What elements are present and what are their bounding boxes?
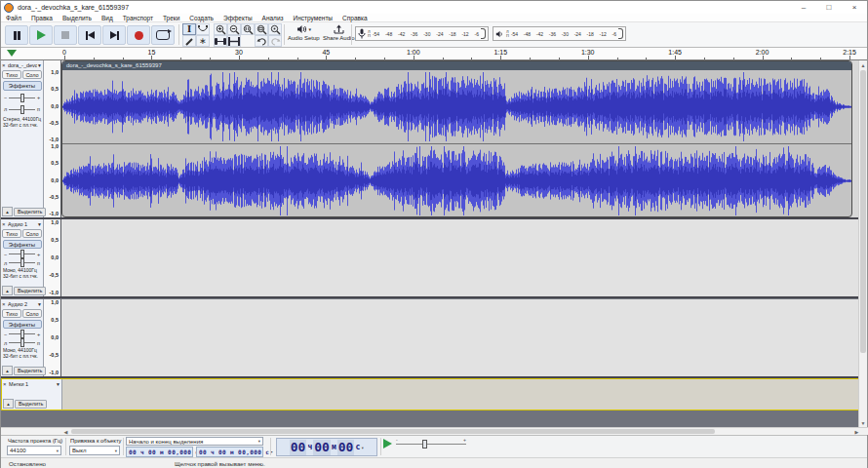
zoom-in-button[interactable] [214,23,227,35]
mute-button[interactable]: Тихо [2,70,21,79]
zoom-toggle-button[interactable] [268,23,282,35]
select-track-button[interactable]: Выделить [15,400,47,409]
select-track-button[interactable]: Выделить [14,208,46,216]
playback-meter[interactable]: ЛП -54-48-42-36-30-24-18-12-6 [493,26,626,41]
menu-item[interactable]: Треки [158,15,184,21]
horizontal-scrollbar[interactable]: ◀ ▶ [1,427,868,435]
vertical-scrollbar[interactable]: ▲ ▼ [858,60,867,427]
menu-item[interactable]: Правка [26,15,58,21]
menu-item[interactable]: Вид [97,15,118,21]
track-menu-caret-icon[interactable]: ▼ [37,221,42,227]
selection-end-field[interactable]: 00 ч 00 м 00,000 с▾ [196,447,263,457]
collapse-track-button[interactable]: ▲ [2,366,13,375]
collapse-track-button[interactable]: ▲ [3,399,14,409]
menu-item[interactable]: Анализ [257,15,289,21]
record-button[interactable] [127,25,150,45]
mute-button[interactable]: Тихо [2,229,21,238]
track-name[interactable]: Аудио 2 [8,301,37,307]
gain-slider-thumb[interactable] [20,94,24,102]
skip-to-start-button[interactable] [78,25,101,45]
pan-slider[interactable]: л п [1,338,43,347]
speed-slider-thumb[interactable] [422,440,427,448]
track-name[interactable]: Метки 1 [9,381,56,387]
scroll-left-arrow[interactable]: ◀ [61,428,70,435]
undo-button[interactable] [255,35,268,47]
gain-slider[interactable]: − + [1,330,43,338]
gain-slider[interactable]: − + [1,250,43,258]
track-name[interactable]: dora_-_devo [8,62,37,68]
maximize-button[interactable]: □ [816,1,842,14]
timeline-ruler[interactable]: 01530451:001:151:301:452:002:15 [1,48,867,60]
recording-meter[interactable]: ЛП -54-48-42-36-30-24-18-12-6 [355,26,489,41]
zoom-project-button[interactable] [255,23,268,35]
menu-item[interactable]: Эффекты [218,15,257,21]
scroll-down-arrow[interactable]: ▼ [859,418,867,427]
collapse-track-button[interactable]: ▲ [2,207,13,216]
menu-item[interactable]: Транспорт [118,15,158,21]
snap-combo[interactable]: Выкл▾ [69,446,120,455]
menu-item[interactable]: Файл [1,15,26,21]
menu-item[interactable]: Выделить [58,15,97,21]
collapse-track-button[interactable]: ▲ [2,286,13,295]
track3-vertical-ruler[interactable]: 1,00,50,0-0,5-1,0 [44,299,61,376]
select-track-button[interactable]: Выделить [14,367,46,375]
audio-clip[interactable]: dora_-_devochka_s_kare_61559397 [61,60,852,217]
loop-button[interactable] [151,25,175,45]
track-name[interactable]: Аудио 1 [8,221,37,227]
share-audio-button[interactable]: Share Audio [323,24,355,41]
track3-content[interactable] [61,299,860,376]
select-track-button[interactable]: Выделить [14,287,46,295]
clip-title-bar[interactable]: dora_-_devochka_s_kare_61559397 [62,61,851,70]
play-at-speed-button[interactable] [383,439,392,448]
track2-content[interactable] [61,219,860,296]
zoom-selection-button[interactable] [241,23,255,35]
effects-button[interactable]: Эффекты [3,81,42,91]
play-button[interactable] [29,25,53,45]
track1-vertical-ruler[interactable]: 1,00,50,0-0,5-1,0 1,00,50,0-0,5-1,0 [44,60,61,217]
scroll-right-arrow[interactable]: ▶ [852,428,861,435]
playhead-triangle-icon[interactable] [7,50,17,57]
zoom-out-button[interactable] [227,23,241,35]
menu-item[interactable]: Справка [337,15,373,21]
track-menu-caret-icon[interactable]: ▼ [37,62,42,68]
solo-button[interactable]: Соло [22,309,42,318]
audio-position-display[interactable]: 00ч 00м 00с ▾ [276,438,377,456]
redo-button[interactable] [268,35,282,47]
multi-tool-button[interactable]: ∗ [196,35,210,47]
pan-slider-thumb[interactable] [20,338,24,347]
selection-start-field[interactable]: 00 ч 00 м 00,000 с▾ [126,447,193,457]
pan-slider-thumb[interactable] [20,258,24,267]
label-track-content[interactable] [62,379,859,410]
effects-button[interactable]: Эффекты [3,320,42,329]
menu-item[interactable]: Создать [184,15,218,21]
pan-slider[interactable]: л п [1,103,43,115]
scroll-up-arrow[interactable]: ▲ [859,60,867,69]
draw-tool-button[interactable] [182,35,196,47]
pan-slider-thumb[interactable] [20,105,24,114]
waveform-canvas-left[interactable] [62,70,851,143]
solo-button[interactable]: Соло [22,229,42,238]
mute-button[interactable]: Тихо [2,309,21,318]
selection-mode-combo[interactable]: Начало и конец выделения▾ [126,437,263,446]
speed-slider[interactable]: - + [396,444,466,445]
menu-item[interactable]: Инструменты [289,15,338,21]
pan-slider[interactable]: л п [1,258,43,267]
selection-tool-button[interactable]: I [182,23,196,35]
gain-slider-thumb[interactable] [20,250,24,258]
trim-audio-button[interactable] [214,35,227,47]
track2-vertical-ruler[interactable]: 1,00,50,0-0,5-1,0 [44,219,61,296]
track-menu-caret-icon[interactable]: ▼ [56,381,60,387]
gain-slider[interactable]: − + [1,92,43,103]
solo-button[interactable]: Соло [22,70,42,79]
vertical-scrollbar-thumb[interactable] [860,70,866,353]
pause-button[interactable] [5,25,28,45]
horizontal-scrollbar-thumb[interactable] [71,429,715,434]
effects-button[interactable]: Эффекты [3,240,42,249]
envelope-tool-button[interactable] [196,23,210,35]
stop-button[interactable] [54,25,77,45]
minimize-button[interactable]: – [791,1,816,14]
waveform-canvas-right[interactable] [62,144,851,217]
skip-to-end-button[interactable] [102,25,126,45]
silence-audio-button[interactable] [227,35,241,47]
audio-setup-button[interactable]: ▾ Audio Setup [288,24,320,41]
